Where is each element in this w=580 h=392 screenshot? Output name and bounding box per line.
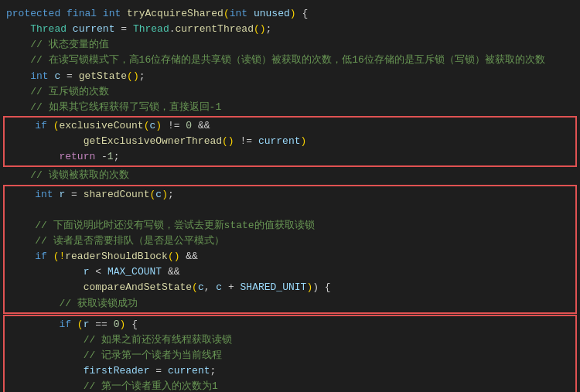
line-20: if (r == 0) {: [5, 317, 575, 332]
line-3: // 状态变量的值: [0, 37, 580, 53]
line-18: compareAndSetState(c, c + SHARED_UNIT)) …: [5, 280, 575, 295]
highlight-box-1: if (exclusiveCount(c) != 0 && getExclusi…: [3, 116, 577, 167]
highlight-box-2: int r = sharedCount(c); // 下面说明此时还没有写锁，尝…: [3, 185, 577, 314]
line-5: int c = getState();: [0, 69, 580, 84]
line-17: r < MAX_COUNT &&: [5, 264, 575, 280]
line-2: Thread current = Thread.currentThread();: [0, 22, 580, 37]
line-15: // 读者是否需要排队（是否是公平模式）: [5, 233, 575, 249]
line-7: // 如果其它线程获得了写锁，直接返回-1: [0, 100, 580, 115]
line-22: // 记录第一个读者为当前线程: [5, 348, 575, 363]
highlight-box-3: if (r == 0) { // 如果之前还没有线程获取读锁 // 记录第一个读…: [3, 315, 577, 392]
line-21: // 如果之前还没有线程获取读锁: [5, 332, 575, 348]
line-12: int r = sharedCount(c);: [5, 187, 575, 203]
line-11: // 读锁被获取的次数: [0, 168, 580, 183]
line-8: if (exclusiveCount(c) != 0 &&: [5, 118, 575, 134]
line-24: // 第一个读者重入的次数为1: [5, 379, 575, 392]
line-14: // 下面说明此时还没有写锁，尝试去更新state的值获取读锁: [5, 218, 575, 233]
line-19: // 获取读锁成功: [5, 296, 575, 312]
line-13: [5, 203, 575, 218]
line-16: if (!readerShouldBlock() &&: [5, 249, 575, 264]
line-9: getExclusiveOwnerThread() != current): [5, 134, 575, 149]
line-23: firstReader = current;: [5, 363, 575, 379]
line-10: return -1;: [5, 149, 575, 165]
line-6: // 互斥锁的次数: [0, 84, 580, 100]
line-4: // 在读写锁模式下，高16位存储的是共享锁（读锁）被获取的次数，低16位存储的…: [0, 53, 580, 68]
line-1: protected final int tryAcquireShared(int…: [0, 6, 580, 22]
code-container: protected final int tryAcquireShared(int…: [0, 0, 580, 392]
